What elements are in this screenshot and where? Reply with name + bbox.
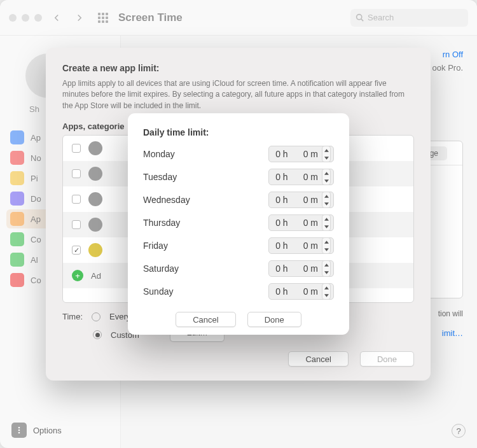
svg-point-1 [18, 427, 20, 429]
day-row: Sunday0 h0 m [143, 280, 334, 303]
stepper-arrows[interactable] [322, 214, 331, 231]
chevron-up-icon [322, 192, 330, 200]
category-icon [88, 218, 102, 232]
chevron-down-icon [322, 246, 330, 253]
time-stepper[interactable]: 0 h0 m [268, 192, 334, 208]
row-checkbox[interactable] [72, 169, 81, 178]
radio-every-day[interactable] [92, 312, 100, 321]
options-icon [11, 423, 27, 438]
sheet2-cancel-button[interactable]: Cancel [176, 312, 235, 327]
turn-off-link[interactable]: rn Off [443, 50, 463, 59]
day-label: Saturday [143, 263, 179, 274]
day-row: Tuesday0 h0 m [143, 165, 334, 188]
time-stepper[interactable]: 0 h0 m [268, 214, 334, 231]
category-icon [88, 192, 102, 206]
time-stepper[interactable]: 0 h0 m [268, 237, 334, 254]
row-checkbox[interactable] [72, 144, 81, 153]
sheet2-done-button[interactable]: Done [247, 312, 301, 327]
category-icon [88, 243, 102, 257]
day-row: Thursday0 h0 m [143, 211, 334, 234]
category-icon [88, 167, 102, 181]
svg-point-2 [18, 430, 20, 431]
chevron-up-icon [322, 261, 330, 269]
stepper-arrows[interactable] [322, 146, 331, 162]
day-row: Saturday0 h0 m [143, 257, 334, 280]
chevron-up-icon [322, 169, 330, 177]
day-label: Thursday [143, 218, 180, 228]
day-label: Sunday [143, 286, 173, 297]
day-label: Wednesday [143, 195, 190, 205]
chevron-down-icon [322, 154, 330, 162]
day-label: Monday [143, 149, 175, 159]
day-label: Tuesday [143, 172, 177, 182]
add-icon[interactable]: + [72, 270, 83, 281]
chevron-down-icon [322, 177, 330, 185]
row-checkbox[interactable] [72, 246, 81, 255]
daily-time-limit-sheet: Daily time limit: Monday0 h0 mTuesday0 h… [128, 113, 349, 335]
time-label: Time: [62, 312, 83, 321]
sheet2-title: Daily time limit: [143, 127, 334, 137]
chevron-up-icon [322, 215, 330, 223]
chevron-down-icon [322, 269, 330, 276]
options-button[interactable]: Options [11, 423, 62, 438]
svg-point-3 [18, 432, 20, 434]
content-hint: rn Off ook Pro. [432, 48, 463, 75]
category-icon [88, 141, 102, 155]
stepper-arrows[interactable] [322, 237, 331, 254]
day-row: Wednesday0 h0 m [143, 188, 334, 211]
time-stepper[interactable]: 0 h0 m [268, 283, 334, 300]
chevron-down-icon [322, 291, 330, 299]
stepper-arrows[interactable] [322, 260, 331, 277]
time-stepper[interactable]: 0 h0 m [268, 146, 334, 162]
stepper-arrows[interactable] [322, 169, 331, 185]
add-limit-link[interactable]: imit… [442, 328, 463, 338]
day-row: Monday0 h0 m [143, 143, 334, 165]
row-checkbox[interactable] [72, 220, 81, 229]
sheet1-cancel-button[interactable]: Cancel [288, 351, 348, 367]
chevron-down-icon [322, 223, 330, 230]
day-label: Friday [143, 241, 168, 251]
radio-custom[interactable] [93, 330, 102, 339]
sheet1-title: Create a new app limit: [62, 63, 414, 73]
chevron-down-icon [322, 200, 330, 207]
chevron-up-icon [322, 146, 330, 154]
day-row: Friday0 h0 m [143, 234, 334, 257]
time-stepper[interactable]: 0 h0 m [268, 260, 334, 277]
time-stepper[interactable]: 0 h0 m [268, 169, 334, 185]
sheet1-done-button[interactable]: Done [360, 351, 414, 367]
chevron-up-icon [322, 284, 330, 291]
help-button[interactable]: ? [452, 424, 466, 438]
row-checkbox[interactable] [72, 195, 81, 204]
stepper-arrows[interactable] [322, 192, 331, 208]
stepper-arrows[interactable] [322, 283, 331, 300]
chevron-up-icon [322, 238, 330, 246]
sheet1-desc: App limits apply to all devices that are… [62, 78, 414, 111]
